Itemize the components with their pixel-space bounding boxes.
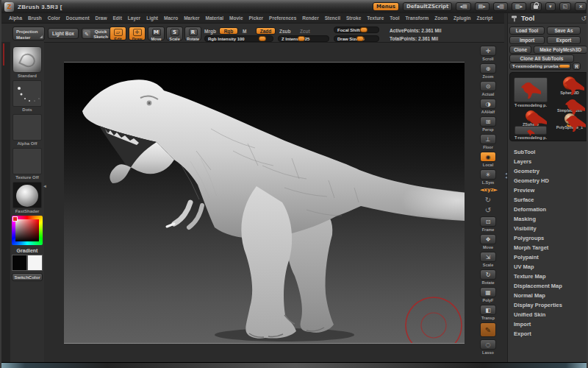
scale-mode-button[interactable]: S Scale [166,26,183,40]
palette-thumbnail[interactable] [514,126,547,135]
palette-item-trex-recent[interactable]: T-rexmodeling p. [513,126,548,140]
menu-item[interactable]: Stroke [346,15,361,21]
palette-thumbnail[interactable] [514,77,548,102]
focal-shift-slider[interactable]: Focal Shift 0 [334,26,379,33]
tray-thumbnail[interactable] [12,182,42,208]
tray-item-standard-brush[interactable]: Standard [12,46,43,78]
shelf-button-spin-ccw[interactable]: ↺ [478,206,498,214]
shelf-button-xyz-axis[interactable]: ◄xyz► [478,187,498,194]
edit-mode-button[interactable]: ▱ Edit [110,26,126,40]
tool-section-header[interactable]: Geometry [508,166,588,176]
draw-size-handle[interactable] [356,36,364,41]
palette-thumbnail[interactable] [526,110,537,121]
menu-item[interactable]: Alpha [9,15,22,21]
palette-item-trex-active[interactable]: T-rexmodeling p. [513,77,548,107]
tool-section-header[interactable]: Display Properties [508,300,588,310]
export-tool-button[interactable]: Export [547,36,581,44]
rotate-mode-button[interactable]: R Rotate [184,26,201,40]
palette-thumbnail[interactable]: S [564,97,576,107]
shelf-button-local[interactable]: ◉ Local [478,152,498,167]
import-tool-button[interactable]: Import [509,36,545,44]
minimize-button[interactable]: ▾ [545,2,556,11]
shelf-button-move3d[interactable]: ❖ Move [478,234,498,250]
quick-sketch-button[interactable]: ✎ Quick Sketch [82,28,111,39]
palette-item-simplebrush[interactable]: S SimpleBrush [551,95,588,113]
shelf-button-floor[interactable]: ⊥ Floor [478,134,498,149]
document-canvas[interactable] [64,62,465,344]
tray-thumbnail[interactable] [12,114,42,141]
switch-color-button[interactable]: SwitchColor [12,273,43,281]
dock-right-tray-button[interactable]: ▤▸ [475,2,490,11]
move-mode-button[interactable]: M Move [148,26,165,40]
tool-section-header[interactable]: Import [508,319,588,329]
shelf-button-scroll[interactable]: ✛ Scroll [478,46,498,61]
rgb-intensity-slider[interactable]: Rgb Intensity 100 [204,35,273,42]
menu-item[interactable]: Document [66,15,90,21]
make-polymesh3d-button[interactable]: Make PolyMesh3D [534,46,587,54]
tray-thumbnail[interactable] [12,148,42,174]
shelf-button-polyf[interactable]: ▦ PolyF [478,287,498,302]
rgb-intensity-handle[interactable] [259,36,266,41]
secondary-color-swatch[interactable] [27,255,43,271]
tool-section-header[interactable]: UV Map [508,262,588,272]
tool-section-header[interactable]: Visibility [508,224,588,233]
shelf-button-ghost[interactable]: ✎ [478,322,498,337]
menu-item[interactable]: Marker [184,15,199,21]
clone-all-subtools-button[interactable]: Clone All SubTools [509,54,574,63]
menu-item[interactable]: Texture [367,15,384,21]
menu-item[interactable]: Render [302,15,318,21]
palette-item-polysphere[interactable]: PolySphere_1 [551,111,588,130]
restore-config-icon[interactable]: ↺ [581,15,587,22]
tray-thumbnail[interactable] [12,46,42,73]
zadd-toggle[interactable]: Zadd [256,27,276,35]
palette-right-button[interactable]: ▥▸ [512,2,526,11]
shelf-button-aahalf[interactable]: ◑ AAHalf [478,99,498,114]
tray-item-stroke-dots[interactable]: Dots [12,80,43,112]
menu-item[interactable]: Stencil [325,15,340,21]
save-as-button[interactable]: Save As [547,26,581,35]
tool-section-header[interactable]: Normal Map [508,291,588,300]
tool-section-header[interactable]: Texture Map [508,272,588,281]
tray-collapse-arrow[interactable]: ◄ [43,184,47,188]
palette-thumbnail[interactable] [564,113,576,124]
shelf-button-frame[interactable]: ⊡ Frame [478,216,498,232]
zcut-toggle[interactable]: Zcut [300,29,310,34]
tray-item-texture-off[interactable]: Texture Off [12,148,43,180]
menu-item[interactable]: Edit [113,15,122,21]
tool-section-header[interactable]: Export [508,329,588,339]
tool-section-header[interactable]: Layers [508,157,588,166]
load-tool-button[interactable]: Load Tool [509,26,545,35]
tool-section-header[interactable]: Surface [508,195,588,205]
menu-item[interactable]: Color [48,15,60,21]
focal-shift-handle[interactable] [360,27,368,32]
menu-item[interactable]: Zoom [434,15,448,21]
tool-section-header[interactable]: Deformation [508,205,588,214]
mrgb-toggle[interactable]: Mrgb [204,29,216,34]
menu-item[interactable]: Tool [390,15,399,21]
shelf-button-persp[interactable]: ⊞ Persp [478,116,498,132]
menu-item[interactable]: Preferences [269,15,296,21]
menus-toggle-button[interactable]: Menus [373,2,399,11]
m-toggle[interactable]: M [243,29,246,34]
tool-section-header[interactable]: Polypaint [508,252,588,262]
tool-section-header[interactable]: Unified Skin [508,310,588,319]
menu-item[interactable]: Zplugin [453,15,470,21]
tool-section-header[interactable]: Geometry HD [508,176,588,185]
clone-button[interactable]: Clone [509,46,531,54]
menu-item[interactable]: Material [206,15,224,21]
tool-section-header[interactable]: Displacement Map [508,281,588,291]
menu-item[interactable]: Light [146,15,158,21]
shelf-button-zoom[interactable]: ⊕ Zoom [478,63,498,79]
palette-item-zsphere[interactable]: ZSphere [512,108,550,127]
shelf-button-spin-cw[interactable]: ↻ [478,196,498,204]
main-color-swatch[interactable] [12,255,27,271]
z-intensity-slider[interactable]: Z Intensity 25 [278,35,329,42]
menu-item[interactable]: Macro [164,15,178,21]
menu-item[interactable]: Transform [406,15,429,21]
menu-item[interactable]: Draw [96,15,107,21]
tool-section-header[interactable]: Morph Target [508,243,588,252]
r-quicklist-button[interactable]: R [573,63,581,70]
default-zscript-button[interactable]: DefaultZScript [403,2,453,11]
menu-item[interactable]: Zscript [476,15,492,21]
menu-item[interactable]: Picker [249,15,264,21]
